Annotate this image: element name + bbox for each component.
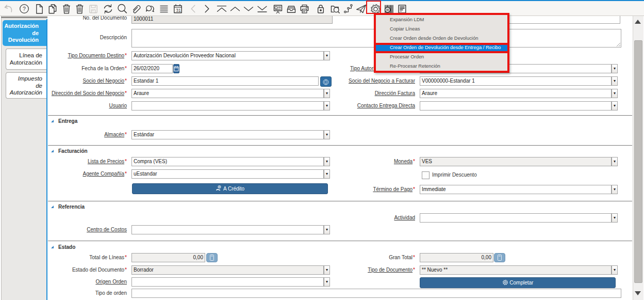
svg-text:31: 31 [176,8,181,13]
svg-text:?: ? [23,6,26,12]
